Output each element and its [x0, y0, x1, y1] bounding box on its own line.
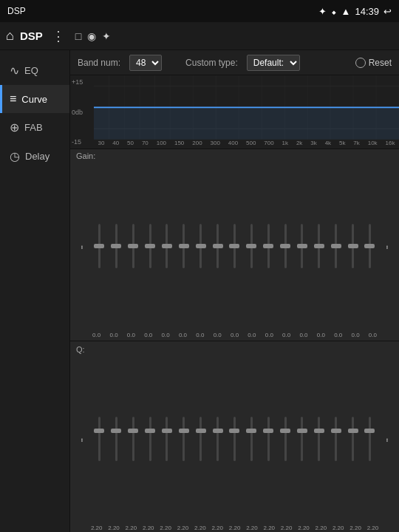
- q-slider-track-4[interactable]: [166, 417, 168, 461]
- q-slider-track-11[interactable]: [284, 417, 287, 461]
- q-slider-track-16[interactable]: [369, 417, 371, 461]
- menu-icon[interactable]: ⋮: [52, 28, 65, 44]
- gain-dots-right[interactable]: ···: [378, 245, 396, 248]
- gain-slider-track-11[interactable]: [284, 224, 287, 268]
- q-slider-container-9: [245, 416, 257, 462]
- q-slider-track-14[interactable]: [335, 417, 337, 461]
- gain-slider-track-9[interactable]: [250, 224, 253, 268]
- sidebar-item-fab[interactable]: ⊕ FAB: [0, 113, 69, 142]
- gain-slider-track-2[interactable]: [132, 224, 134, 268]
- gain-slider-thumb-11[interactable]: [280, 244, 290, 248]
- q-slider-track-15[interactable]: [352, 417, 354, 461]
- gain-slider-track-5[interactable]: [183, 224, 185, 268]
- sidebar-item-eq[interactable]: ∿ EQ: [0, 56, 69, 85]
- gain-slider-thumb-2[interactable]: [128, 244, 138, 248]
- gain-slider-col-12: [294, 223, 311, 269]
- gain-slider-thumb-3[interactable]: [145, 244, 155, 248]
- q-slider-thumb-15[interactable]: [348, 429, 358, 433]
- clock: 14:39: [355, 6, 379, 17]
- sidebar-label-delay: Delay: [25, 151, 50, 162]
- gain-slider-track-13[interactable]: [318, 224, 320, 268]
- gain-slider-track-0[interactable]: [98, 224, 100, 268]
- delay-icon: ◷: [10, 149, 20, 163]
- gain-value-13: 0.0: [313, 332, 330, 338]
- gain-slider-thumb-7[interactable]: [213, 244, 223, 248]
- q-slider-thumb-12[interactable]: [297, 429, 307, 433]
- q-value-8: 2.20: [226, 525, 243, 531]
- q-slider-thumb-14[interactable]: [331, 429, 341, 433]
- gain-slider-col-13: [310, 223, 327, 269]
- gain-slider-thumb-14[interactable]: [331, 244, 341, 248]
- home-icon[interactable]: ⌂: [6, 28, 14, 44]
- gain-slider-col-1: [108, 223, 125, 269]
- q-value-5: 2.20: [174, 525, 191, 531]
- gain-slider-track-1[interactable]: [115, 224, 117, 268]
- custom-type-select[interactable]: Default: Custom: [247, 55, 300, 71]
- gain-slider-track-14[interactable]: [335, 224, 337, 268]
- q-dots-left[interactable]: ···: [73, 437, 91, 440]
- q-slider-col-14: [327, 416, 344, 462]
- gain-slider-thumb-12[interactable]: [297, 244, 307, 248]
- gain-slider-thumb-10[interactable]: [263, 244, 273, 248]
- q-slider-thumb-10[interactable]: [263, 429, 273, 433]
- freq-7k: 7k: [353, 140, 359, 146]
- q-slider-track-1[interactable]: [115, 417, 117, 461]
- gain-slider-thumb-6[interactable]: [196, 244, 206, 248]
- q-slider-thumb-3[interactable]: [145, 429, 155, 433]
- q-slider-thumb-6[interactable]: [196, 429, 206, 433]
- q-slider-track-7[interactable]: [216, 417, 219, 461]
- gain-slider-thumb-9[interactable]: [246, 244, 256, 248]
- q-slider-track-12[interactable]: [301, 417, 303, 461]
- q-slider-thumb-11[interactable]: [280, 429, 290, 433]
- q-slider-thumb-5[interactable]: [179, 429, 189, 433]
- q-slider-track-10[interactable]: [267, 417, 270, 461]
- reset-button[interactable]: Reset: [355, 58, 392, 68]
- q-slider-track-0[interactable]: [98, 417, 100, 461]
- q-slider-thumb-13[interactable]: [314, 429, 324, 433]
- q-slider-thumb-0[interactable]: [94, 429, 104, 433]
- q-slider-track-13[interactable]: [318, 417, 320, 461]
- gain-dots-left[interactable]: ···: [73, 245, 91, 248]
- q-slider-track-3[interactable]: [149, 417, 151, 461]
- gain-slider-track-3[interactable]: [149, 224, 151, 268]
- q-slider-track-5[interactable]: [183, 417, 185, 461]
- gain-slider-thumb-5[interactable]: [179, 244, 189, 248]
- freq-50: 50: [127, 140, 134, 146]
- sidebar-item-delay[interactable]: ◷ Delay: [0, 142, 69, 171]
- gain-slider-thumb-16[interactable]: [364, 244, 375, 248]
- gain-slider-col-0: [91, 223, 108, 269]
- q-slider-track-8[interactable]: [233, 417, 236, 461]
- gain-slider-thumb-0[interactable]: [94, 244, 104, 248]
- q-slider-container-1: [110, 416, 122, 462]
- band-num-select[interactable]: 48 32 16: [129, 55, 162, 71]
- q-slider-thumb-4[interactable]: [162, 429, 172, 433]
- sidebar-item-curve[interactable]: ≡ Curve: [0, 85, 69, 113]
- q-slider-track-2[interactable]: [132, 417, 134, 461]
- back-icon[interactable]: ↩: [383, 6, 392, 17]
- gain-slider-thumb-1[interactable]: [111, 244, 121, 248]
- gain-slider-track-8[interactable]: [233, 224, 236, 268]
- q-slider-thumb-9[interactable]: [246, 429, 256, 433]
- gain-slider-track-12[interactable]: [301, 224, 303, 268]
- q-slider-thumb-2[interactable]: [128, 429, 138, 433]
- gain-slider-thumb-8[interactable]: [229, 244, 239, 248]
- q-slider-container-6: [195, 416, 207, 462]
- gain-slider-track-16[interactable]: [369, 224, 371, 268]
- q-value-6: 2.20: [191, 525, 208, 531]
- q-slider-track-9[interactable]: [250, 417, 253, 461]
- q-dots-right[interactable]: ···: [378, 437, 396, 440]
- gain-slider-thumb-4[interactable]: [162, 244, 172, 248]
- q-slider-thumb-7[interactable]: [213, 429, 223, 433]
- gain-slider-thumb-13[interactable]: [314, 244, 324, 248]
- status-left: DSP: [7, 6, 26, 16]
- gain-slider-track-6[interactable]: [200, 224, 202, 268]
- q-slider-thumb-16[interactable]: [364, 429, 375, 433]
- gain-slider-track-4[interactable]: [166, 224, 168, 268]
- gain-slider-track-10[interactable]: [267, 224, 270, 268]
- gain-slider-track-15[interactable]: [352, 224, 354, 268]
- gain-slider-thumb-15[interactable]: [348, 244, 358, 248]
- q-slider-thumb-8[interactable]: [229, 429, 239, 433]
- q-slider-thumb-1[interactable]: [111, 429, 121, 433]
- q-slider-track-6[interactable]: [200, 417, 202, 461]
- gain-slider-track-7[interactable]: [216, 224, 219, 268]
